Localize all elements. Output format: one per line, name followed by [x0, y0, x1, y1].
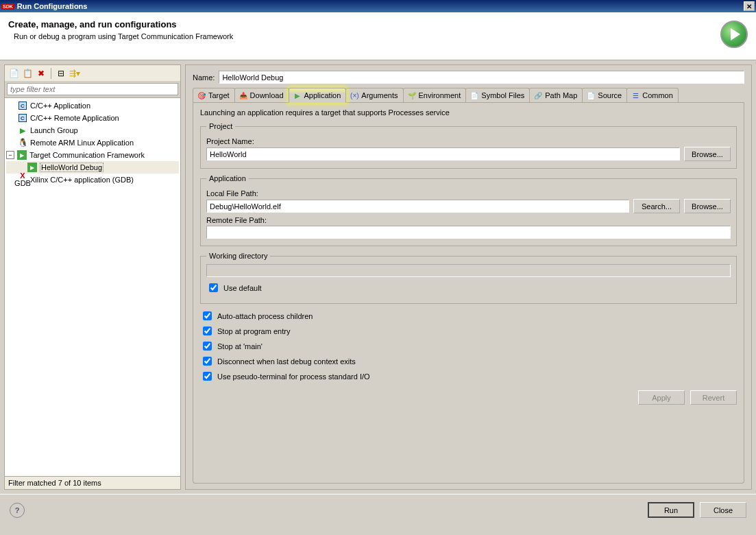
application-legend: Application — [206, 174, 249, 182]
option-label: Stop at program entry — [217, 327, 290, 335]
close-button[interactable]: Close — [700, 502, 746, 518]
tree-item[interactable]: CC/C++ Application — [6, 99, 179, 112]
tree-item-label: Target Communication Framework — [29, 151, 145, 159]
workdir-input — [206, 264, 731, 277]
tab-icon: 🎯 — [197, 91, 206, 100]
option-label: Stop at 'main' — [217, 342, 263, 350]
tab-symbol-files[interactable]: 📄Symbol Files — [465, 88, 530, 102]
filter-icon[interactable]: ⇶▾ — [69, 67, 81, 80]
tab-label: Source — [598, 91, 622, 99]
project-legend: Project — [206, 122, 235, 130]
app-browse-button[interactable]: Browse... — [684, 199, 731, 213]
tab-icon: 📄 — [586, 91, 596, 100]
config-tree[interactable]: CC/C++ ApplicationCC/C++ Remote Applicat… — [4, 98, 181, 477]
sdk-badge-icon: SDK — [1, 3, 14, 10]
name-label: Name: — [193, 73, 215, 82]
tab-download[interactable]: 📥Download — [234, 88, 289, 102]
c-icon: C — [17, 112, 28, 123]
tab-environment[interactable]: 🌱Environment — [403, 88, 467, 102]
tab-icon: (×) — [350, 91, 359, 100]
tree-item-label: C/C++ Application — [30, 102, 90, 110]
collapse-icon[interactable]: ⊟ — [55, 67, 67, 80]
tree-item-label: Remote ARM Linux Application — [30, 139, 134, 147]
info-text: Launching an application requires a targ… — [200, 108, 737, 117]
tab-label: Application — [304, 91, 341, 99]
tree-item-label: C/C++ Remote Application — [30, 114, 119, 122]
tree-item[interactable]: ▶HelloWorld Debug — [6, 161, 179, 174]
option-checkbox-4[interactable] — [203, 372, 212, 381]
help-icon[interactable]: ? — [10, 503, 25, 518]
workdir-group: Working directory Use default — [200, 252, 737, 304]
option-label: Use pseudo-terminal for process standard… — [217, 372, 370, 381]
tree-item[interactable]: 🐧Remote ARM Linux Application — [6, 136, 179, 149]
project-name-label: Project Name: — [206, 137, 731, 145]
option-checkbox-3[interactable] — [203, 357, 212, 366]
right-panel: Name: 🎯Target📥Download▶Application(×)Arg… — [185, 64, 752, 490]
option-check-row: Disconnect when last debug context exits — [200, 355, 737, 368]
tab-icon: 🌱 — [407, 91, 417, 100]
tab-icon: 📥 — [239, 91, 248, 100]
revert-button[interactable]: Revert — [690, 390, 737, 405]
left-toolbar: 📄 📋 ✖ ⊟ ⇶▾ — [4, 64, 181, 81]
duplicate-icon[interactable]: 📋 — [21, 67, 34, 80]
header-subtitle: Run or debug a program using Target Comm… — [14, 32, 720, 40]
project-browse-button[interactable]: Browse... — [684, 147, 731, 161]
tab-label: Download — [250, 91, 284, 99]
close-icon[interactable]: ✕ — [744, 1, 755, 11]
penguin-icon: 🐧 — [17, 137, 28, 148]
use-default-checkbox[interactable] — [209, 283, 218, 292]
remote-path-input[interactable] — [206, 226, 731, 239]
option-check-row: Auto-attach process children — [200, 309, 737, 322]
option-checkbox-2[interactable] — [203, 342, 212, 350]
tab-label: Target — [208, 91, 230, 99]
tree-item[interactable]: −▶Target Communication Framework — [6, 149, 179, 161]
tree-item-label: HelloWorld Debug — [40, 163, 103, 172]
left-panel: 📄 📋 ✖ ⊟ ⇶▾ CC/C++ ApplicationCC/C++ Remo… — [4, 64, 181, 490]
option-check-row: Stop at program entry — [200, 324, 737, 337]
xilinx-icon: XGDB — [17, 174, 28, 185]
play-icon: ▶ — [17, 125, 28, 136]
new-config-icon[interactable]: 📄 — [8, 67, 20, 80]
option-label: Auto-attach process children — [217, 312, 313, 320]
tree-item[interactable]: XGDBXilinx C/C++ application (GDB) — [6, 174, 179, 186]
name-input[interactable] — [219, 71, 744, 84]
local-path-label: Local File Path: — [206, 189, 731, 198]
option-checkbox-1[interactable] — [203, 326, 212, 335]
tab-label: Common — [642, 91, 673, 99]
tab-path-map[interactable]: 🔗Path Map — [529, 88, 583, 102]
filter-input[interactable] — [7, 83, 178, 95]
tab-label: Environment — [419, 91, 461, 99]
application-group: Application Local File Path: Search... B… — [200, 174, 737, 246]
remote-path-label: Remote File Path: — [206, 216, 731, 224]
tab-target[interactable]: 🎯Target — [193, 88, 235, 102]
project-group: Project Project Name: Browse... — [200, 122, 737, 169]
option-check-row: Use pseudo-terminal for process standard… — [200, 370, 737, 383]
delete-icon[interactable]: ✖ — [35, 67, 47, 80]
filter-status: Filter matched 7 of 10 items — [4, 477, 181, 490]
project-name-input[interactable] — [206, 147, 680, 160]
run-button[interactable]: Run — [648, 502, 694, 518]
options-checks: Auto-attach process childrenStop at prog… — [200, 309, 737, 383]
tree-item[interactable]: ▶Launch Group — [6, 124, 179, 136]
tab-arguments[interactable]: (×)Arguments — [345, 88, 403, 102]
titlebar: SDK Run Configurations ✕ — [0, 0, 756, 12]
expand-icon[interactable]: − — [6, 151, 14, 159]
local-path-input[interactable] — [206, 200, 629, 213]
option-checkbox-0[interactable] — [203, 311, 212, 320]
tab-common[interactable]: ☰Common — [626, 88, 679, 102]
option-check-row: Stop at 'main' — [200, 340, 737, 353]
tree-item[interactable]: CC/C++ Remote Application — [6, 112, 179, 124]
tab-icon: 📄 — [470, 91, 479, 100]
apply-button[interactable]: Apply — [638, 390, 685, 405]
tab-source[interactable]: 📄Source — [582, 88, 627, 102]
run-icon — [720, 21, 748, 48]
tab-label: Symbol Files — [481, 91, 524, 99]
tab-icon: ▶ — [293, 91, 302, 100]
tree-item-label: Xilinx C/C++ application (GDB) — [30, 176, 134, 184]
tab-label: Arguments — [361, 91, 398, 99]
search-button[interactable]: Search... — [633, 199, 680, 213]
tab-icon: ☰ — [631, 91, 640, 100]
option-label: Disconnect when last debug context exits — [217, 357, 356, 366]
tab-label: Path Map — [545, 91, 577, 99]
tab-application[interactable]: ▶Application — [289, 88, 347, 103]
